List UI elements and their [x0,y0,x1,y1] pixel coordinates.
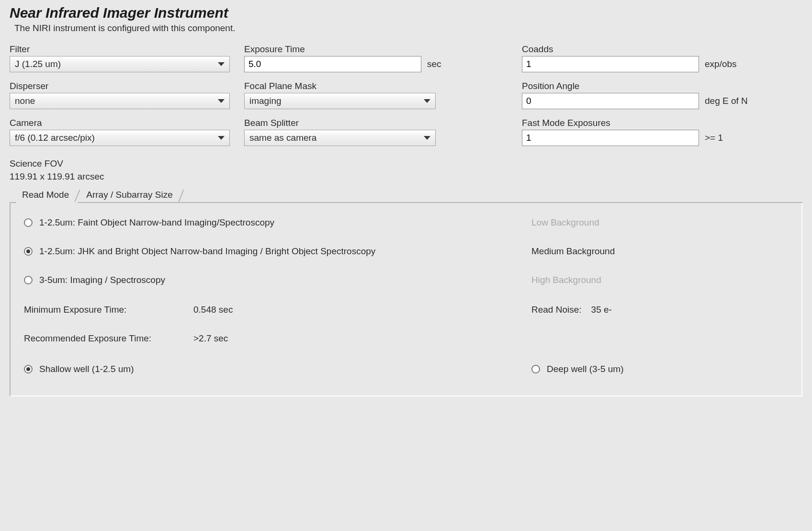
position-angle-unit: deg E of N [705,96,748,106]
position-angle-label: Position Angle [522,81,771,91]
page-title: Near Infrared Imager Instrument [10,5,802,21]
well-shallow-radio[interactable]: Shallow well (1-2.5 um) [24,364,531,374]
chevron-down-icon [218,62,225,66]
background-label-medium: Medium Background [531,246,788,257]
radio-icon [24,365,33,373]
filter-select[interactable]: J (1.25 um) [10,56,230,72]
chevron-down-icon [424,99,430,103]
read-mode-option-3[interactable]: 3-5um: Imaging / Spectroscopy [24,275,531,285]
well-deep-label: Deep well (3-5 um) [547,364,624,374]
beam-splitter-label: Beam Splitter [244,118,522,128]
science-fov-label: Science FOV [10,158,802,170]
read-noise-value: 35 e- [591,305,612,315]
science-fov-value: 119.91 x 119.91 arcsec [10,170,802,183]
background-label-high: High Background [531,275,788,285]
read-mode-option-1-label: 1-2.5um: Faint Object Narrow-band Imagin… [39,217,274,228]
radio-icon [24,276,33,284]
read-noise-label: Read Noise: [531,305,582,315]
beam-splitter-select[interactable]: same as camera [244,130,436,146]
tab-read-mode[interactable]: Read Mode [16,188,75,202]
radio-icon [531,365,540,373]
coadds-input[interactable] [522,56,699,72]
min-exp-value: 0.548 sec [193,305,233,315]
chevron-down-icon [424,136,430,140]
read-mode-option-2-label: 1-2.5um: JHK and Bright Object Narrow-ba… [39,246,375,257]
coadds-unit: exp/obs [705,59,737,69]
rec-exp-label: Recommended Exposure Time: [24,333,187,344]
tab-array-size[interactable]: Array / Subarray Size [80,188,179,202]
page-subtitle: The NIRI instrument is configured with t… [14,23,802,34]
disperser-select[interactable]: none [10,93,230,109]
focal-plane-mask-value: imaging [249,96,282,106]
min-exp-label: Minimum Exposure Time: [24,305,187,315]
camera-value: f/6 (0.12 arcsec/pix) [15,133,95,143]
exposure-time-input[interactable] [244,56,421,72]
chevron-down-icon [218,136,225,140]
disperser-label: Disperser [10,81,244,91]
tab-divider-icon [75,190,80,202]
position-angle-input[interactable] [522,93,699,109]
rec-exp-value: >2.7 sec [193,333,228,344]
exposure-time-label: Exposure Time [244,44,522,55]
tab-divider-icon [179,190,184,202]
camera-select[interactable]: f/6 (0.12 arcsec/pix) [10,130,230,146]
well-shallow-label: Shallow well (1-2.5 um) [39,364,134,374]
well-deep-radio[interactable]: Deep well (3-5 um) [531,364,788,374]
fast-mode-input[interactable] [522,130,699,146]
radio-icon [24,218,33,227]
fast-mode-label: Fast Mode Exposures [522,118,771,128]
filter-value: J (1.25 um) [15,59,61,69]
read-mode-option-1[interactable]: 1-2.5um: Faint Object Narrow-band Imagin… [24,217,531,228]
read-mode-panel: 1-2.5um: Faint Object Narrow-band Imagin… [10,203,802,396]
coadds-label: Coadds [522,44,771,55]
focal-plane-mask-label: Focal Plane Mask [244,81,522,91]
chevron-down-icon [218,99,225,103]
radio-icon [24,247,33,256]
background-label-low: Low Background [531,217,788,228]
read-mode-option-3-label: 3-5um: Imaging / Spectroscopy [39,275,165,285]
filter-label: Filter [10,44,244,55]
disperser-value: none [15,96,35,106]
focal-plane-mask-select[interactable]: imaging [244,93,436,109]
camera-label: Camera [10,118,244,128]
beam-splitter-value: same as camera [249,133,316,143]
fast-mode-unit: >= 1 [705,133,723,143]
exposure-time-unit: sec [427,59,441,69]
read-mode-option-2[interactable]: 1-2.5um: JHK and Bright Object Narrow-ba… [24,246,531,257]
